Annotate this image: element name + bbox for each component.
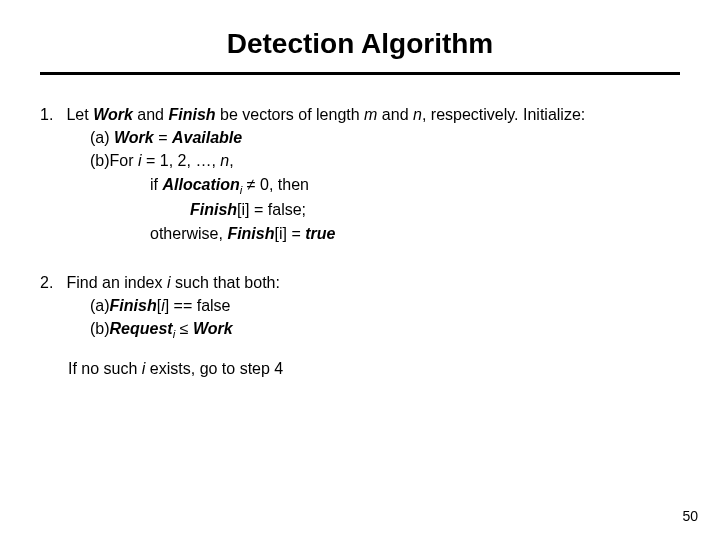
step-2-lead: 2. Find an index i such that both: xyxy=(40,271,680,294)
step-1-lead: 1. Let Work and Finish be vectors of len… xyxy=(40,103,680,126)
step-1b-else: otherwise, Finish[i] = true xyxy=(40,222,680,245)
step-1b: (b)For i = 1, 2, …, n, xyxy=(40,149,680,172)
step-1: 1. Let Work and Finish be vectors of len… xyxy=(40,103,680,245)
step-2b: (b)Requesti ≤ Work xyxy=(40,317,680,343)
step-2-tail: If no such i exists, go to step 4 xyxy=(40,357,680,380)
title-divider xyxy=(40,72,680,75)
step-1a: (a) Work = Available xyxy=(40,126,680,149)
step-1b-if: if Allocationi ≠ 0, then xyxy=(40,173,680,199)
page-number: 50 xyxy=(682,508,698,524)
slide: Detection Algorithm 1. Let Work and Fini… xyxy=(0,0,720,540)
step-2: 2. Find an index i such that both: (a)Fi… xyxy=(40,271,680,380)
step-2a: (a)Finish[i] == false xyxy=(40,294,680,317)
slide-body: 1. Let Work and Finish be vectors of len… xyxy=(40,103,680,380)
slide-title: Detection Algorithm xyxy=(40,28,680,72)
step-1-number: 1. xyxy=(40,103,62,126)
step-2-number: 2. xyxy=(40,271,62,294)
step-1b-then: Finish[i] = false; xyxy=(40,198,680,221)
